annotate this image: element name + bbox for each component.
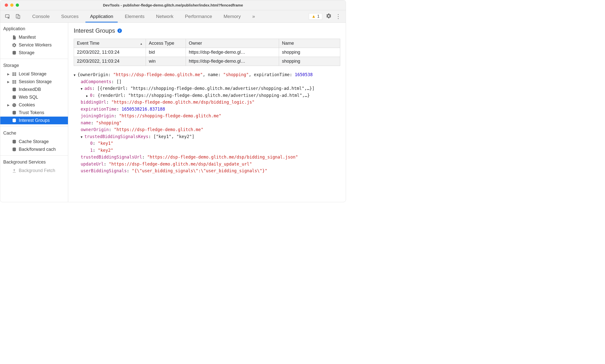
sidebar-item-label: Cookies xyxy=(19,102,35,108)
sidebar-item-storage-summary[interactable]: ▶ Storage xyxy=(0,49,68,57)
settings-button[interactable] xyxy=(326,13,332,20)
info-icon[interactable]: i xyxy=(117,28,122,33)
cell-event-time: 22/03/2022, 11:03:24 xyxy=(74,48,146,57)
sidebar-item-cookies[interactable]: ▶ Cookies xyxy=(0,101,68,109)
tab-application[interactable]: Application xyxy=(85,11,118,22)
sidebar-item-manifest[interactable]: ▶ Manifest xyxy=(0,33,68,41)
sidebar-item-label: IndexedDB xyxy=(19,87,41,92)
svg-rect-13 xyxy=(14,81,16,82)
events-table: Event Time ▲ Access Type Owner Name 22/0… xyxy=(74,39,340,66)
gear-icon xyxy=(12,43,17,48)
sidebar-item-session-storage[interactable]: ▶ Session Storage xyxy=(0,78,68,86)
sidebar-section-application: Application xyxy=(0,24,68,33)
window-title: DevTools - publisher-fledge-demo.glitch.… xyxy=(0,3,346,7)
sidebar-section-storage: Storage xyxy=(0,61,68,70)
sidebar-item-label: Service Workers xyxy=(19,42,52,48)
grid-icon xyxy=(12,72,17,77)
grid-icon xyxy=(12,79,17,84)
panel-title: Interest Groups xyxy=(74,27,115,34)
column-event-time[interactable]: Event Time ▲ xyxy=(74,39,146,48)
svg-rect-2 xyxy=(18,15,20,18)
sidebar-item-back-forward-cache[interactable]: ▶ Back/forward cach xyxy=(0,146,68,153)
cell-name: shopping xyxy=(279,57,340,66)
expand-toggle[interactable]: ▼ xyxy=(81,87,84,91)
svg-rect-4 xyxy=(12,72,14,73)
expand-toggle[interactable]: ▼ xyxy=(74,73,77,78)
svg-rect-15 xyxy=(14,83,16,83)
minimize-window-button[interactable] xyxy=(10,3,13,7)
svg-point-21 xyxy=(13,105,14,106)
svg-rect-14 xyxy=(12,83,14,83)
issues-count: 1 xyxy=(317,14,319,19)
table-row[interactable]: 22/03/2022, 11:03:24 bid https://dsp-fle… xyxy=(74,48,340,57)
column-owner[interactable]: Owner xyxy=(186,39,279,48)
expand-toggle[interactable]: ▶ xyxy=(86,94,90,98)
sidebar-item-trust-tokens[interactable]: ▶ Trust Tokens xyxy=(0,109,68,117)
database-icon xyxy=(12,50,17,55)
tab-network[interactable]: Network xyxy=(152,11,178,22)
svg-rect-10 xyxy=(12,80,14,81)
cell-access-type: bid xyxy=(146,48,186,57)
more-tabs-button[interactable]: » xyxy=(248,11,258,22)
database-icon xyxy=(12,139,17,144)
upload-icon xyxy=(12,168,17,173)
svg-rect-6 xyxy=(12,74,14,74)
database-icon xyxy=(12,118,17,123)
sidebar-item-label: Back/forward cach xyxy=(19,147,56,152)
database-icon xyxy=(12,110,17,115)
svg-rect-7 xyxy=(14,74,16,74)
fullscreen-window-button[interactable] xyxy=(16,3,19,7)
tab-sources[interactable]: Sources xyxy=(57,11,83,22)
svg-point-19 xyxy=(13,104,14,105)
sidebar-item-websql[interactable]: ▶ Web SQL xyxy=(0,93,68,101)
sidebar-item-label: Cache Storage xyxy=(19,139,49,144)
sidebar-item-label: Storage xyxy=(19,50,34,55)
inspect-element-button[interactable] xyxy=(2,14,13,19)
sidebar-item-background-fetch[interactable]: ▶ Background Fetch xyxy=(0,167,68,175)
warning-icon: ▲ xyxy=(311,14,316,19)
expand-toggle[interactable]: ▼ xyxy=(81,135,84,140)
sidebar-item-interest-groups[interactable]: ▶ Interest Groups xyxy=(0,117,68,124)
cell-owner: https://dsp-fledge-demo.gl… xyxy=(186,57,279,66)
sidebar-item-label: Manifest xyxy=(19,35,36,40)
sidebar-item-label: Interest Groups xyxy=(19,118,50,123)
table-row[interactable]: 22/03/2022, 11:03:24 win https://dsp-fle… xyxy=(74,57,340,66)
sidebar-item-label: Local Storage xyxy=(19,71,46,77)
sidebar-item-indexeddb[interactable]: ▶ IndexedDB xyxy=(0,86,68,93)
tab-performance[interactable]: Performance xyxy=(180,11,217,22)
interest-groups-panel: Interest Groups i Event Time ▲ Access Ty… xyxy=(68,23,346,202)
document-icon xyxy=(12,35,17,40)
tab-elements[interactable]: Elements xyxy=(120,11,149,22)
sidebar-item-service-workers[interactable]: ▶ Service Workers xyxy=(0,41,68,49)
issues-badge[interactable]: ▲ 1 xyxy=(309,13,322,20)
sidebar-item-label: Background Fetch xyxy=(19,168,55,173)
panel-tabs: Console Sources Application Elements Net… xyxy=(28,10,258,22)
svg-point-20 xyxy=(14,104,15,104)
cell-event-time: 22/03/2022, 11:03:24 xyxy=(74,57,146,66)
sidebar-item-label: Trust Tokens xyxy=(19,110,44,115)
more-options-button[interactable]: ⋮ xyxy=(335,13,341,19)
svg-point-22 xyxy=(14,105,15,106)
sidebar-item-cache-storage[interactable]: ▶ Cache Storage xyxy=(0,138,68,146)
sidebar-item-label: Session Storage xyxy=(19,79,52,84)
svg-rect-9 xyxy=(14,75,16,76)
object-inspector[interactable]: ▼{ownerOrigin: "https://dsp-fledge-demo.… xyxy=(74,71,340,175)
tab-console[interactable]: Console xyxy=(28,11,54,22)
application-sidebar: Application ▶ Manifest ▶ Service Workers… xyxy=(0,23,68,202)
sidebar-item-local-storage[interactable]: ▶ Local Storage xyxy=(0,70,68,78)
devtools-toolbar: Console Sources Application Elements Net… xyxy=(0,10,346,23)
tab-memory[interactable]: Memory xyxy=(219,11,245,22)
svg-point-18 xyxy=(12,103,16,107)
close-window-button[interactable] xyxy=(5,3,8,7)
svg-rect-0 xyxy=(5,14,9,17)
column-access-type[interactable]: Access Type xyxy=(146,39,186,48)
database-icon xyxy=(12,95,17,100)
column-name[interactable]: Name xyxy=(279,39,340,48)
cell-owner: https://dsp-fledge-demo.gl… xyxy=(186,48,279,57)
panel-heading: Interest Groups i xyxy=(74,27,340,34)
cell-name: shopping xyxy=(279,48,340,57)
svg-rect-5 xyxy=(14,72,16,73)
database-icon xyxy=(12,87,17,92)
sidebar-section-cache: Cache xyxy=(0,129,68,138)
device-toolbar-button[interactable] xyxy=(13,14,23,19)
